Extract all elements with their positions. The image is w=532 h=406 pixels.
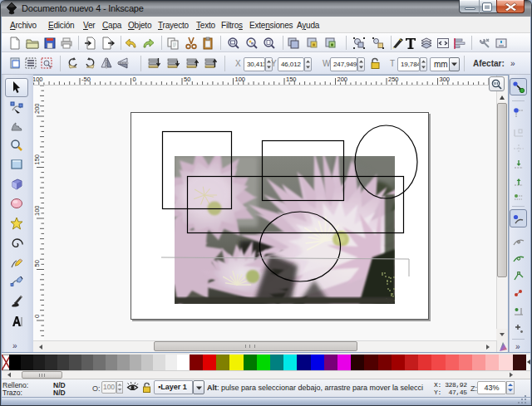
- svg-text:150: 150: [33, 154, 41, 165]
- svg-text:50: 50: [184, 76, 190, 83]
- svg-text:50: 50: [33, 260, 41, 267]
- svg-text:-50: -50: [81, 76, 91, 83]
- svg-text:-100: -100: [33, 76, 43, 83]
- svg-text:0: 0: [33, 315, 41, 318]
- svg-text:200: 200: [33, 103, 41, 114]
- svg-text:100: 100: [33, 205, 41, 216]
- svg-text:0: 0: [133, 76, 136, 83]
